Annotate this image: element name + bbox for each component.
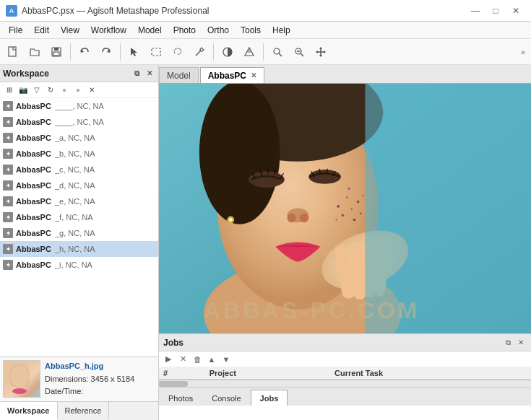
photo-svg: ABBAS-PC.COM	[159, 84, 531, 333]
jobs-remove[interactable]: 🗑	[191, 353, 204, 366]
ws-filter[interactable]: ▽	[30, 84, 43, 97]
thumbnail-datetime: Date/Time:	[45, 385, 134, 398]
svg-point-28	[199, 84, 280, 224]
toolbar-save[interactable]	[46, 42, 66, 62]
main-area: Workspace ⧉ ✕ ⊞ 📷 ▽ ↻ ● ● ✕ ✦ AbbasPC __…	[0, 65, 531, 420]
menu-ortho[interactable]: Ortho	[202, 22, 235, 38]
ws-add-camera[interactable]: 📷	[17, 84, 30, 97]
list-item[interactable]: ✦ AbbasPC _e, NC, NA	[0, 193, 158, 209]
app-icon: A	[6, 5, 17, 17]
toolbar-select[interactable]	[124, 42, 144, 62]
tab-jobs[interactable]: Jobs	[251, 390, 288, 406]
svg-point-45	[342, 214, 345, 216]
menu-file[interactable]: File	[3, 22, 28, 38]
svg-rect-3	[53, 52, 59, 56]
list-item[interactable]: ✦ AbbasPC _g, NC, NA	[0, 225, 158, 241]
right-panel: Model AbbasPC ✕	[159, 65, 531, 420]
list-item[interactable]: ✦ AbbasPC _c, NC, NA	[0, 162, 158, 178]
jobs-title: Jobs	[163, 338, 184, 348]
jobs-start[interactable]: ▶	[162, 353, 175, 366]
workspace-float[interactable]: ⧉	[131, 68, 142, 79]
sep3	[213, 43, 214, 61]
toolbar-new[interactable]	[3, 42, 23, 62]
menu-help[interactable]: Help	[267, 22, 296, 38]
toolbar-open[interactable]	[25, 42, 45, 62]
workspace-close[interactable]: ✕	[144, 68, 155, 79]
menu-edit[interactable]: Edit	[28, 22, 55, 38]
tab-workspace[interactable]: Workspace	[0, 402, 58, 420]
svg-rect-7	[152, 48, 160, 56]
toolbar-zoom-out[interactable]	[289, 42, 309, 62]
svg-marker-6	[131, 48, 137, 56]
list-item-selected[interactable]: ✦ AbbasPC _h, NC, NA	[0, 241, 158, 257]
svg-point-30	[308, 170, 341, 184]
image-view[interactable]: ABBAS-PC.COM	[159, 84, 531, 333]
svg-point-43	[337, 205, 340, 208]
svg-point-15	[274, 48, 280, 54]
workspace-tabs: Workspace Reference	[0, 401, 158, 420]
chunk-icon: ✦	[3, 228, 13, 238]
thumbnail-area: AbbasPC_h.jpg Dimensions: 3456 x 5184 Da…	[0, 357, 158, 401]
chunk-icon: ✦	[3, 149, 13, 159]
jobs-down[interactable]: ▼	[220, 353, 233, 366]
jobs-scrollbar[interactable]	[159, 380, 531, 387]
list-item[interactable]: ✦ AbbasPC ____, NC, NA	[0, 114, 158, 130]
jobs-col-task: Current Task	[330, 367, 531, 380]
list-item[interactable]: ✦ AbbasPC _f, NC, NA	[0, 209, 158, 225]
jobs-stop[interactable]: ✕	[176, 353, 189, 366]
jobs-close[interactable]: ✕	[515, 337, 527, 349]
list-item[interactable]: ✦ AbbasPC _d, NC, NA	[0, 178, 158, 193]
toolbar-magic-wand[interactable]	[189, 42, 210, 62]
svg-rect-0	[9, 47, 16, 56]
toolbar-lasso[interactable]	[168, 42, 188, 62]
toolbar-undo[interactable]	[74, 42, 95, 62]
ws-refresh[interactable]: ↻	[44, 84, 57, 97]
jobs-scrollbar-thumb[interactable]	[159, 381, 188, 387]
menu-tools[interactable]: Tools	[235, 22, 267, 38]
list-item[interactable]: ✦ AbbasPC _a, NC, NA	[0, 130, 158, 146]
svg-point-9	[200, 48, 203, 51]
toolbar-circle-half[interactable]	[217, 42, 238, 62]
jobs-up[interactable]: ▲	[205, 353, 218, 366]
svg-point-59	[229, 218, 233, 222]
list-item[interactable]: ✦ AbbasPC ____, NC, NA	[0, 98, 158, 114]
model-tab-abbaspc[interactable]: AbbasPC ✕	[200, 67, 264, 83]
model-tab-model[interactable]: Model	[159, 67, 199, 83]
svg-marker-20	[319, 47, 322, 49]
ws-add-chunk[interactable]: ⊞	[3, 84, 16, 97]
menu-view[interactable]: View	[55, 22, 85, 38]
thumbnail-image	[3, 360, 40, 398]
close-button[interactable]: ✕	[506, 4, 525, 18]
menu-photo[interactable]: Photo	[168, 22, 202, 38]
list-item[interactable]: ✦ AbbasPC _i, NC, NA	[0, 257, 158, 273]
maximize-button[interactable]: □	[486, 4, 505, 18]
toolbar-move[interactable]	[311, 42, 331, 62]
menu-workflow[interactable]: Workflow	[85, 22, 132, 38]
toolbar-redo[interactable]	[96, 42, 116, 62]
svg-marker-21	[319, 55, 322, 57]
workspace-toolbar: ⊞ 📷 ▽ ↻ ● ● ✕	[0, 82, 158, 98]
tab-photos[interactable]: Photos	[159, 390, 202, 406]
toolbar-zoom-fit[interactable]	[267, 42, 288, 62]
tab-reference[interactable]: Reference	[58, 402, 110, 420]
toolbar-mountain[interactable]	[239, 42, 259, 62]
jobs-float[interactable]: ⧉	[502, 337, 514, 349]
title-bar-left: A AbbasPC.psx — Agisoft Metashape Profes…	[6, 5, 209, 17]
workspace-title: Workspace	[3, 69, 49, 79]
menu-model[interactable]: Model	[132, 22, 168, 38]
minimize-button[interactable]: —	[466, 4, 485, 18]
tab-console[interactable]: Console	[202, 390, 250, 406]
svg-point-42	[300, 214, 308, 222]
jobs-header-controls: ⧉ ✕	[502, 337, 527, 349]
model-tab-close[interactable]: ✕	[251, 71, 256, 79]
list-item[interactable]: ✦ AbbasPC _b, NC, NA	[0, 146, 158, 162]
svg-line-16	[279, 53, 282, 56]
ws-close-panel[interactable]: ✕	[85, 84, 98, 97]
chunk-icon: ✦	[3, 180, 13, 191]
thumbnail-dimensions: Dimensions: 3456 x 5184	[45, 373, 134, 386]
toolbar-rect-select[interactable]	[146, 42, 166, 62]
chunk-icon: ✦	[3, 165, 13, 175]
svg-point-52	[363, 195, 364, 196]
svg-point-50	[360, 213, 361, 214]
ws-dot1: ●	[58, 84, 71, 97]
